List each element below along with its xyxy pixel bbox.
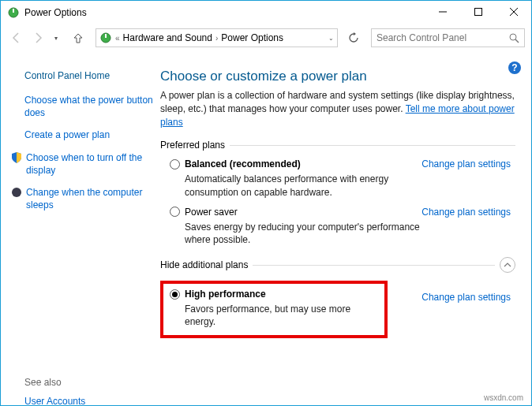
svg-line-9 <box>515 39 519 43</box>
plan-desc-powersaver: Saves energy by reducing your computer's… <box>185 221 437 246</box>
plan-name-powersaver[interactable]: Power saver <box>185 207 238 218</box>
plan-name-highperf[interactable]: High performance <box>185 289 266 300</box>
titlebar: Power Options <box>1 1 531 24</box>
search-box[interactable] <box>371 28 525 47</box>
control-panel-home-link[interactable]: Control Panel Home <box>24 70 154 81</box>
plan-balanced: Balanced (recommended) Change plan setti… <box>170 158 515 198</box>
section-label: Hide additional plans <box>160 259 248 270</box>
section-label: Preferred plans <box>160 140 225 151</box>
collapse-icon[interactable] <box>500 257 515 273</box>
divider <box>230 145 515 146</box>
moon-icon <box>10 186 23 201</box>
up-button[interactable] <box>69 28 88 47</box>
highlight-box: High performance Favors performance, but… <box>160 281 388 337</box>
close-button[interactable] <box>496 1 531 23</box>
chevron-right-icon[interactable]: › <box>215 34 218 43</box>
search-input[interactable] <box>377 32 509 43</box>
plan-desc-balanced: Automatically balances performance with … <box>185 173 437 198</box>
svg-text:?: ? <box>511 62 517 73</box>
sidebar-link-power-button[interactable]: Choose what the power button does <box>24 94 154 119</box>
navigation-toolbar: ▾ « Hardware and Sound › Power Options ⌄ <box>1 24 531 51</box>
shield-icon <box>10 151 23 166</box>
change-settings-powersaver[interactable]: Change plan settings <box>421 207 511 218</box>
maximize-button[interactable] <box>460 1 496 23</box>
plan-powersaver: Power saver Change plan settings Saves e… <box>170 207 515 246</box>
radio-highperf[interactable] <box>170 289 180 300</box>
page-description: A power plan is a collection of hardware… <box>160 89 515 129</box>
sidebar-link-user-accounts[interactable]: User Accounts <box>24 396 154 406</box>
minimize-button[interactable] <box>425 1 460 23</box>
help-icon[interactable]: ? <box>508 61 522 77</box>
main-content: ? Choose or customize a power plan A pow… <box>160 62 515 399</box>
sidebar-link-computer-sleeps[interactable]: Change when the computer sleeps <box>26 186 154 211</box>
sidebar: Control Panel Home Choose what the power… <box>10 62 160 399</box>
plan-desc-highperf: Favors performance, but may use more ene… <box>185 303 378 328</box>
power-options-icon <box>7 6 20 19</box>
back-button[interactable] <box>7 28 26 47</box>
preferred-plans-header: Preferred plans <box>160 140 515 151</box>
page-heading: Choose or customize a power plan <box>160 69 515 84</box>
address-bar[interactable]: « Hardware and Sound › Power Options ⌄ <box>96 28 338 47</box>
change-settings-balanced[interactable]: Change plan settings <box>421 158 511 169</box>
svg-rect-7 <box>105 34 107 38</box>
svg-point-8 <box>510 34 516 40</box>
breadcrumb-seg2[interactable]: Power Options <box>221 32 283 43</box>
breadcrumb-sep-icon[interactable]: « <box>115 34 120 43</box>
change-settings-highperf[interactable]: Change plan settings <box>421 292 511 303</box>
window-title: Power Options <box>24 7 425 18</box>
refresh-button[interactable] <box>344 28 363 47</box>
sidebar-link-create-plan[interactable]: Create a power plan <box>24 129 154 141</box>
divider <box>253 265 495 266</box>
radio-balanced[interactable] <box>170 159 180 169</box>
see-also-label: See also <box>24 377 154 388</box>
svg-rect-1 <box>13 9 14 13</box>
radio-powersaver[interactable] <box>170 207 180 217</box>
forward-button[interactable] <box>29 28 48 47</box>
addressbar-dropdown-icon[interactable]: ⌄ <box>328 35 334 42</box>
svg-rect-3 <box>474 9 481 16</box>
svg-point-10 <box>12 188 21 197</box>
search-icon <box>509 33 519 43</box>
plan-highperf-row: Change plan settings High performance Fa… <box>160 281 515 337</box>
plan-name-balanced[interactable]: Balanced (recommended) <box>185 158 301 169</box>
watermark: wsxdn.com <box>484 393 523 402</box>
sidebar-link-turn-off-display[interactable]: Choose when to turn off the display <box>26 151 154 177</box>
hide-additional-header[interactable]: Hide additional plans <box>160 257 515 273</box>
power-options-icon <box>99 32 112 44</box>
breadcrumb-seg1[interactable]: Hardware and Sound <box>123 32 212 43</box>
history-dropdown-icon[interactable]: ▾ <box>54 35 58 42</box>
